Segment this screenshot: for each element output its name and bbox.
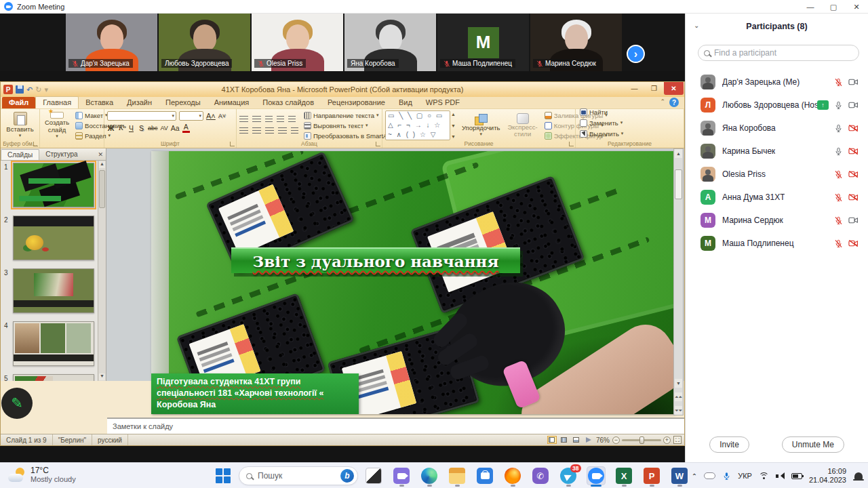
next-slide-icon[interactable]: ⏷⏷ xyxy=(675,406,682,415)
font-style-button[interactable]: Ч xyxy=(127,124,135,132)
ppt-restore-icon[interactable]: ❐ xyxy=(644,82,664,95)
increase-indent-icon[interactable] xyxy=(277,116,284,123)
taskbar-search-input[interactable] xyxy=(258,471,335,481)
tray-overflow-icon[interactable]: ⌃ xyxy=(692,472,697,480)
zoom-out-icon[interactable]: − xyxy=(612,436,620,444)
wifi-icon[interactable] xyxy=(759,472,769,480)
dialog-launcher-icon[interactable] xyxy=(230,142,235,146)
taskbar-app[interactable]: 38 xyxy=(558,465,578,487)
taskbar-app[interactable]: X xyxy=(614,465,634,487)
slide-sorter-view-button[interactable] xyxy=(559,436,569,444)
tab-outline[interactable]: Структура xyxy=(39,149,83,159)
scroll-up-icon[interactable]: ▲ xyxy=(675,149,682,158)
align-center-icon[interactable] xyxy=(252,127,261,135)
ribbon-tab[interactable]: Вставка xyxy=(79,97,120,108)
align-right-icon[interactable] xyxy=(265,127,274,135)
scroll-down-icon[interactable]: ▼ xyxy=(99,373,105,380)
slide-thumbnail[interactable]: 3 xyxy=(1,266,98,319)
maximize-icon[interactable]: ▢ xyxy=(822,0,845,14)
scrollbar-thumb[interactable] xyxy=(99,170,105,208)
zoom-slider-thumb[interactable] xyxy=(639,436,644,444)
shapes-gallery[interactable]: ▭ ╲ ╲ ▢ ○ ▭△ ⌐ ¬ → ↓ ☆~ ∧ ( ) ☆ ▽ xyxy=(385,110,450,140)
ribbon-tab[interactable]: Анимация xyxy=(208,97,256,108)
language-indicator[interactable]: УКР xyxy=(738,472,752,480)
line-spacing-icon[interactable] xyxy=(288,116,296,123)
close-icon[interactable]: ✕ xyxy=(845,0,868,14)
fit-to-window-icon[interactable]: ⛶ xyxy=(673,436,682,444)
taskbar-app[interactable] xyxy=(586,465,606,487)
participant-row[interactable]: Olesia Priss ↑ xyxy=(686,163,868,186)
normal-view-button[interactable] xyxy=(547,436,557,444)
dialog-launcher-icon[interactable] xyxy=(376,142,380,146)
tab-slides[interactable]: Слайды xyxy=(1,149,39,160)
font-style-button[interactable]: Ж xyxy=(107,124,115,132)
search-input[interactable] xyxy=(714,48,853,58)
new-slide-button[interactable]: Создать слайд▾ xyxy=(43,111,71,140)
find-button[interactable]: Найти xyxy=(578,108,681,117)
start-button[interactable] xyxy=(216,468,231,484)
ribbon-tab[interactable]: Вид xyxy=(392,97,419,108)
participant-row[interactable]: М Маша Подлипенец ↑ xyxy=(686,232,868,255)
quick-styles-button[interactable]: Экспресс-стили xyxy=(505,113,539,139)
reading-view-button[interactable] xyxy=(572,436,581,444)
taskbar-app[interactable]: P xyxy=(642,465,662,487)
invite-button[interactable]: Invite xyxy=(709,436,749,453)
font-name-combo[interactable]: ▾ xyxy=(107,111,176,121)
help-icon[interactable]: ? xyxy=(669,98,679,107)
font-style-button[interactable]: S xyxy=(138,124,145,132)
taskbar-search[interactable]: b xyxy=(239,466,358,485)
collapse-ribbon-icon[interactable]: ⌃ xyxy=(660,98,665,105)
justify-icon[interactable] xyxy=(278,127,287,135)
slide-thumbnail[interactable]: 2 xyxy=(1,214,98,266)
replace-button[interactable]: Заменить▾ xyxy=(578,119,681,127)
ribbon-tab[interactable]: Показ слайдов xyxy=(256,97,321,108)
taskbar-app[interactable] xyxy=(447,465,467,487)
font-size-combo[interactable]: ▾ xyxy=(179,111,203,121)
select-button[interactable]: Выделить▾ xyxy=(578,129,681,138)
weather-widget[interactable]: 17°C Mostly cloudy xyxy=(8,466,76,484)
participant-row[interactable]: Дар'я Зарецька (Me) ↑ xyxy=(686,70,868,94)
video-tile[interactable]: M Маша Подлипенец xyxy=(437,14,529,71)
font-style-button[interactable]: AV xyxy=(161,125,168,131)
font-style-button[interactable]: Aa xyxy=(171,124,180,132)
ribbon-tab[interactable]: WPS PDF xyxy=(419,97,467,108)
unmute-me-button[interactable]: Unmute Me xyxy=(782,436,844,453)
font-style-button[interactable]: A xyxy=(182,123,190,133)
close-pane-icon[interactable]: ✕ xyxy=(98,151,103,158)
slide[interactable]: Звіт з дуального навчання Підготувала ст… xyxy=(151,151,675,414)
undo-icon[interactable]: ↶ xyxy=(26,86,33,94)
taskbar-app[interactable]: W xyxy=(669,465,690,487)
slide-scrollbar[interactable]: ▲ ▼ ⏶⏶ ⏷⏷ xyxy=(673,148,684,415)
shapes-gallery-scroll[interactable]: ▲▼▼ xyxy=(450,110,456,140)
previous-slide-icon[interactable]: ⏶⏶ xyxy=(675,392,682,401)
dialog-launcher-icon[interactable] xyxy=(33,142,38,146)
slide-thumbnail[interactable]: 4 xyxy=(1,319,98,372)
participant-row[interactable]: Яна Коробова ↑ xyxy=(686,117,868,140)
clock[interactable]: 16:09 21.04.2023 xyxy=(809,467,846,485)
scroll-down-icon[interactable]: ▼ xyxy=(675,379,682,388)
ppt-close-icon[interactable]: ✕ xyxy=(664,82,684,95)
arrange-button[interactable]: Упорядочить▾ xyxy=(460,113,502,138)
align-left-icon[interactable] xyxy=(239,127,248,135)
notification-bell-icon[interactable] xyxy=(854,472,863,479)
video-tile[interactable]: Olesia Priss xyxy=(252,14,343,71)
annotation-pencil-button[interactable]: ✎ xyxy=(1,388,33,419)
notes-pane[interactable]: Заметки к слайду xyxy=(107,418,684,435)
bullets-icon[interactable] xyxy=(239,116,248,123)
ribbon-tab[interactable]: Дизайн xyxy=(120,97,159,108)
ribbon-tab[interactable]: Файл xyxy=(2,97,35,108)
participant-row[interactable]: М Марина Сердюк ↑ xyxy=(686,209,868,232)
numbering-icon[interactable] xyxy=(252,116,261,123)
ribbon-tab[interactable]: Главная xyxy=(35,96,79,108)
taskbar-app[interactable] xyxy=(475,465,495,487)
onedrive-icon[interactable] xyxy=(704,472,715,479)
save-icon[interactable] xyxy=(16,85,24,94)
zoom-in-icon[interactable]: + xyxy=(663,436,671,444)
qat-customize-caret-icon[interactable]: ▾ xyxy=(44,86,48,94)
speaker-icon[interactable] xyxy=(776,472,785,480)
grow-font-button[interactable]: A˄ xyxy=(206,112,216,120)
participant-search[interactable] xyxy=(698,45,859,61)
battery-icon[interactable] xyxy=(791,473,802,479)
slide-thumbnail[interactable]: 5 xyxy=(1,372,98,381)
slides-pane-scrollbar[interactable]: ▲ ▼ xyxy=(98,161,106,381)
